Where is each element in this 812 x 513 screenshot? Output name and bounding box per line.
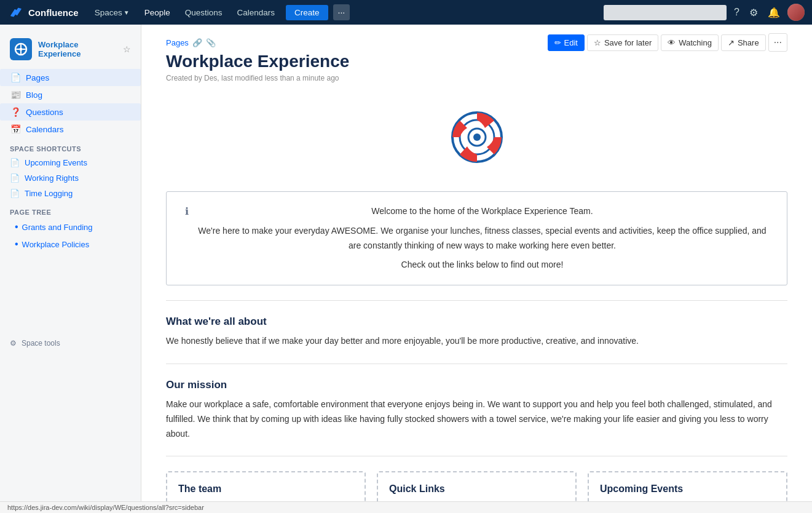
logo-text: Confluence: [28, 7, 79, 18]
info-box-inner: ℹ Welcome to the home of the Workplace E…: [185, 204, 768, 272]
more-button[interactable]: ···: [333, 4, 350, 20]
page-title: Workplace Experience: [166, 52, 349, 71]
breadcrumb-icon-link: 🔗: [192, 38, 202, 47]
svg-point-2: [20, 48, 23, 51]
edit-label: Edit: [564, 38, 578, 47]
space-header: Workplace Experience ☆: [0, 34, 141, 69]
topnav-right: ? ⚙ 🔔: [604, 4, 805, 21]
nav-items: Spaces ▼ People Questions Calendars: [89, 6, 281, 20]
team-card-title: The team: [178, 483, 353, 495]
settings-icon[interactable]: ⚙: [747, 4, 760, 21]
tree-item-grants[interactable]: Grants and Funding: [0, 218, 141, 236]
space-name[interactable]: Workplace Experience: [38, 40, 114, 58]
share-button[interactable]: ↗ Share: [721, 34, 766, 51]
breadcrumb-icon-attachment: 📎: [206, 38, 216, 47]
sidebar-nav-blog-label: Blog: [26, 90, 42, 100]
tree-item-policies-label: Workplace Policies: [22, 240, 90, 249]
shortcut-label-time-logging: Time Logging: [25, 189, 73, 198]
section1-heading: What we're all about: [166, 316, 787, 328]
save-for-later-button[interactable]: ☆ Save for later: [587, 34, 658, 51]
app-layout: Workplace Experience ☆ 📄 Pages 📰 Blog ❓ …: [0, 25, 812, 513]
tree-item-grants-label: Grants and Funding: [22, 223, 93, 232]
sidebar-nav-blog[interactable]: 📰 Blog: [0, 86, 141, 103]
info-icon: ℹ: [185, 205, 189, 217]
star-icon[interactable]: ☆: [123, 44, 131, 54]
sidebar-nav-calendars-label: Calendars: [26, 125, 64, 134]
sidebar-footer: ⚙ Space tools: [0, 327, 141, 350]
section1-text: We honestly believe that if we make your…: [166, 334, 787, 349]
more-actions-button[interactable]: ···: [768, 33, 787, 52]
nav-people[interactable]: People: [138, 6, 176, 20]
sidebar-nav-pages-label: Pages: [26, 73, 49, 82]
eye-icon: 👁: [668, 38, 676, 47]
save-for-later-label: Save for later: [604, 38, 652, 47]
statusbar: https://des.jira-dev.com/wiki/display/WE…: [0, 501, 812, 513]
shortcut-label-working-rights: Working Rights: [25, 173, 79, 183]
divider-1: [166, 300, 787, 301]
share-icon: ↗: [728, 38, 735, 47]
shortcut-working-rights[interactable]: 📄 Working Rights: [0, 170, 141, 186]
shortcut-icon-1: 📄: [10, 158, 20, 167]
space-icon: [10, 38, 32, 60]
sidebar-nav-pages[interactable]: 📄 Pages: [0, 69, 141, 86]
info-line3: Check out the links below to find out mo…: [196, 258, 768, 272]
divider-3: [166, 456, 787, 456]
quicklinks-card-title: Quick Links: [389, 483, 564, 495]
top-navigation: Confluence Spaces ▼ People Questions Cal…: [0, 0, 812, 25]
tree-section-label: PAGE TREE: [0, 201, 141, 218]
breadcrumb-pages-link[interactable]: Pages: [166, 38, 189, 47]
page-hero: [166, 95, 787, 181]
blog-icon: 📰: [10, 90, 21, 100]
tree-item-policies[interactable]: Workplace Policies: [0, 236, 141, 253]
space-tools-item[interactable]: ⚙ Space tools: [10, 336, 131, 350]
share-label: Share: [738, 38, 759, 47]
sidebar-nav-calendars[interactable]: 📅 Calendars: [0, 121, 141, 138]
watching-label: Watching: [679, 38, 712, 47]
nav-calendars[interactable]: Calendars: [231, 6, 281, 20]
page-meta: Created by Des, last modified less than …: [166, 74, 787, 82]
sidebar-nav-questions[interactable]: ❓ Questions: [0, 103, 141, 121]
shortcut-icon-3: 📄: [10, 189, 20, 198]
user-avatar[interactable]: [787, 4, 805, 21]
help-icon[interactable]: ?: [731, 4, 742, 20]
shortcut-icon-2: 📄: [10, 173, 20, 183]
space-tools-label: Space tools: [22, 339, 60, 348]
info-box: ℹ Welcome to the home of the Workplace E…: [166, 191, 787, 285]
space-tools-icon: ⚙: [10, 339, 17, 348]
info-line1: Welcome to the home of the Workplace Exp…: [196, 204, 768, 219]
create-button[interactable]: Create: [286, 5, 328, 20]
breadcrumb: Pages 🔗 📎: [166, 38, 216, 47]
star-outline-icon: ☆: [594, 38, 601, 47]
edit-button[interactable]: ✏ Edit: [548, 34, 585, 51]
sidebar: Workplace Experience ☆ 📄 Pages 📰 Blog ❓ …: [0, 25, 141, 513]
notifications-icon[interactable]: 🔔: [765, 4, 782, 21]
watching-button[interactable]: 👁 Watching: [661, 34, 719, 51]
section2-heading: Our mission: [166, 379, 787, 391]
page-actions: ✏ Edit ☆ Save for later 👁 Watching ↗ Sha…: [548, 33, 788, 52]
calendars-icon: 📅: [10, 124, 21, 134]
shortcut-time-logging[interactable]: 📄 Time Logging: [0, 186, 141, 201]
nav-spaces[interactable]: Spaces ▼: [89, 6, 136, 20]
pages-icon: 📄: [10, 73, 21, 82]
status-url: https://des.jira-dev.com/wiki/display/WE…: [7, 504, 204, 511]
info-text: Welcome to the home of the Workplace Exp…: [196, 204, 768, 272]
shortcut-label-upcoming-events: Upcoming Events: [25, 158, 87, 167]
search-input[interactable]: [604, 5, 727, 20]
sidebar-nav-questions-label: Questions: [26, 108, 63, 117]
edit-icon: ✏: [554, 38, 561, 47]
confluence-logo[interactable]: Confluence: [7, 4, 79, 21]
questions-icon: ❓: [10, 107, 21, 117]
events-card-title: Upcoming Events: [600, 483, 775, 495]
divider-2: [166, 364, 787, 364]
shortcut-upcoming-events[interactable]: 📄 Upcoming Events: [0, 155, 141, 170]
svg-point-6: [473, 133, 481, 141]
nav-questions[interactable]: Questions: [179, 6, 229, 20]
main-content: Pages 🔗 📎 ✏ Edit ☆ Save for later 👁 Watc…: [141, 25, 812, 513]
section2-text: Make our workplace a safe, comfortable e…: [166, 397, 787, 441]
lifesaver-svg: [449, 109, 505, 165]
shortcuts-section-label: SPACE SHORTCUTS: [0, 138, 141, 155]
info-line2: We're here to make your everyday AWESOME…: [196, 224, 768, 253]
page-body: Workplace Experience Created by Des, las…: [141, 52, 812, 513]
page-title-row: Workplace Experience: [166, 52, 787, 71]
